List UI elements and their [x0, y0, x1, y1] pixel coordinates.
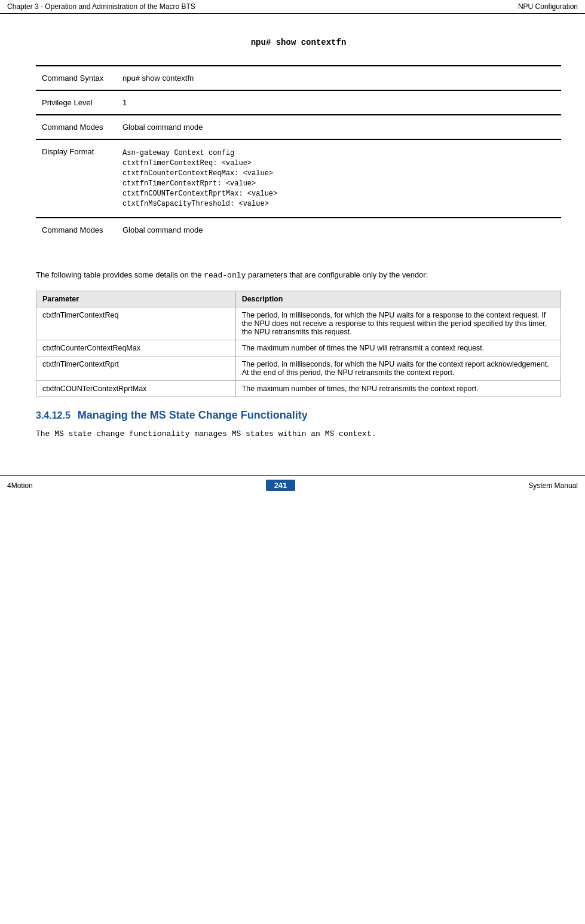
header-right: NPU Configuration: [518, 2, 578, 11]
description-paragraph: The following table provides some detail…: [36, 269, 561, 282]
section-heading: 3.4.12.5 Managing the MS State Change Fu…: [36, 409, 561, 422]
table-cell-param: ctxtfnTimerContextReq: [36, 307, 236, 340]
info-row: Command ModesGlobal command mode: [36, 218, 561, 242]
table-cell-param: ctxtfnTimerContextRprt: [36, 356, 236, 380]
table-cell-desc: The period, in milliseconds, for which t…: [235, 307, 561, 340]
info-row: Command Syntaxnpu# show contextfn: [36, 66, 561, 90]
info-table: Command Syntaxnpu# show contextfnPrivile…: [36, 65, 561, 242]
info-value: Global command mode: [117, 115, 561, 139]
table-row: ctxtfnCOUNTerContextRprtMaxThe maximum n…: [36, 380, 561, 397]
section-body: The MS state change functionality manage…: [36, 428, 561, 440]
section-title: Managing the MS State Change Functionali…: [78, 409, 308, 422]
table-header-description: Description: [235, 291, 561, 307]
table-cell-desc: The maximum number of times the NPU will…: [235, 340, 561, 356]
data-table: Parameter Description ctxtfnTimerContext…: [36, 291, 561, 397]
table-cell-desc: The period, in milliseconds, for which t…: [235, 356, 561, 380]
table-header-parameter: Parameter: [36, 291, 236, 307]
table-cell-param: ctxtfnCounterContextReqMax: [36, 340, 236, 356]
section-number: 3.4.12.5: [36, 410, 71, 421]
table-cell-param: ctxtfnCOUNTerContextRprtMax: [36, 380, 236, 397]
format-line: ctxtfnCOUNTerContextRprtMax: <value>: [122, 190, 555, 198]
main-content: npu# show contextfn Command Syntaxnpu# s…: [0, 14, 585, 458]
format-line: ctxtfnTimerContextReq: <value>: [122, 159, 555, 167]
info-value: 1: [117, 90, 561, 115]
header-left: Chapter 3 - Operation and Administration…: [7, 2, 195, 11]
format-line: ctxtfnMsCapacityThreshold: <value>: [122, 200, 555, 208]
table-row: ctxtfnCounterContextReqMaxThe maximum nu…: [36, 340, 561, 356]
info-value: npu# show contextfn: [117, 66, 561, 90]
format-line: Asn-gateway Context config: [122, 149, 555, 157]
footer-left: 4Motion: [7, 481, 33, 490]
table-row: ctxtfnTimerContextRprtThe period, in mil…: [36, 356, 561, 380]
info-value: Global command mode: [117, 218, 561, 242]
command-title: npu# show contextfn: [36, 38, 561, 47]
footer-right: System Manual: [528, 481, 578, 490]
footer-page-number: 241: [266, 480, 296, 491]
format-line: ctxtfnTimerContextRprt: <value>: [122, 179, 555, 188]
info-row: Command ModesGlobal command mode: [36, 115, 561, 139]
info-row: Display FormatAsn-gateway Context config…: [36, 139, 561, 218]
info-label: Display Format: [36, 139, 117, 218]
table-row: ctxtfnTimerContextReqThe period, in mill…: [36, 307, 561, 340]
info-label: Command Modes: [36, 218, 117, 242]
page-header: Chapter 3 - Operation and Administration…: [0, 0, 585, 14]
info-row: Privilege Level1: [36, 90, 561, 115]
table-cell-desc: The maximum number of times, the NPU ret…: [235, 380, 561, 397]
info-label: Privilege Level: [36, 90, 117, 115]
info-value: Asn-gateway Context configctxtfnTimerCon…: [117, 139, 561, 218]
info-label: Command Syntax: [36, 66, 117, 90]
format-line: ctxtfnCounterContextReqMax: <value>: [122, 169, 555, 178]
description-text: The following table provides some detail…: [36, 270, 428, 279]
page-footer: 4Motion 241 System Manual: [0, 475, 585, 495]
info-label: Command Modes: [36, 115, 117, 139]
